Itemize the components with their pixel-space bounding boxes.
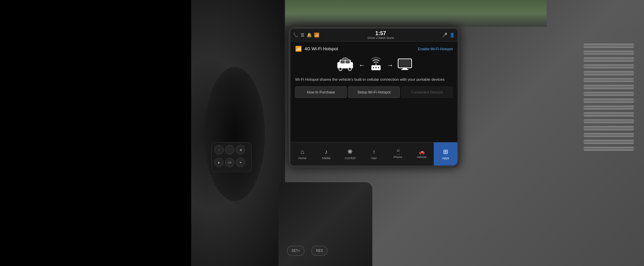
nav-label-media: Media <box>322 156 330 160</box>
action-buttons-row: How to Purchase Setup Wi-Fi Hotspot Conn… <box>295 86 453 98</box>
svg-rect-13 <box>402 68 407 69</box>
steering-wheel-accent <box>205 67 265 201</box>
vent-slat <box>584 119 634 124</box>
nav-item-nav[interactable]: ↑ Nav <box>362 142 386 165</box>
car-interior-background: + - ◀ ▶ OK ▼ SET+ RES 📞 ☰ 🔔 📶 1:57 <box>191 0 644 266</box>
wifi-diagram: ← <box>295 57 453 73</box>
wheel-btn[interactable]: ▼ <box>236 158 245 167</box>
wifi-title-text: 4G Wi-Fi Hotspot <box>305 46 338 51</box>
screen-bezel: 📞 ☰ 🔔 📶 1:57 Since U Been Gone 🎤 👤 <box>290 29 458 165</box>
apps-icon: ⊞ <box>443 148 448 155</box>
main-content-area: 📶 4G Wi-Fi Hotspot Enable Wi-Fi Hotspot <box>290 42 458 142</box>
phone-nav-icon: 📱 <box>395 149 401 154</box>
vehicle-icon: 🚗 <box>419 149 425 154</box>
wheel-btn[interactable]: ▶ <box>214 158 224 167</box>
vent-slat <box>584 44 634 48</box>
nav-label-phone: Phone <box>393 155 402 159</box>
vent-slat <box>584 106 634 110</box>
svg-point-7 <box>373 67 374 68</box>
clock-display: 1:57 <box>375 31 386 36</box>
how-to-purchase-button[interactable]: How to Purchase <box>295 86 347 98</box>
nav-arrow-icon: ↑ <box>372 148 375 155</box>
svg-rect-12 <box>399 60 410 67</box>
media-icon: ♪ <box>325 148 328 155</box>
vent-slat <box>584 126 634 130</box>
nav-item-comfort[interactable]: ❋ Comfort <box>338 142 362 165</box>
set-plus-button[interactable]: SET+ <box>287 246 305 256</box>
notification-icon: 🔔 <box>307 32 312 38</box>
vent-slat <box>584 85 634 89</box>
steering-wheel-controls: + - ◀ ▶ OK ▼ <box>211 142 252 172</box>
nav-item-apps[interactable]: ⊞ Apps <box>434 142 458 165</box>
right-arrow-icon: → <box>387 61 393 69</box>
cruise-control-buttons: SET+ RES <box>287 246 328 256</box>
vent-slat <box>584 133 634 137</box>
res-button[interactable]: RES <box>311 246 328 256</box>
wheel-btn-ok[interactable]: OK <box>225 158 234 167</box>
wifi-title-group: 📶 4G Wi-Fi Hotspot <box>295 46 338 52</box>
nav-label-comfort: Comfort <box>345 156 356 160</box>
menu-icon: ☰ <box>301 32 305 38</box>
nav-item-vehicle[interactable]: 🚗 Vehicle <box>410 142 434 165</box>
home-icon: ⌂ <box>301 148 304 155</box>
air-vents <box>584 44 634 151</box>
vent-slat <box>584 64 634 69</box>
car-diagram-icon <box>336 58 355 72</box>
vent-slat <box>584 92 634 96</box>
wifi-icon: 📶 <box>295 46 302 52</box>
vent-slat <box>584 112 634 117</box>
status-bar-left: 📞 ☰ 🔔 📶 <box>293 32 319 38</box>
svg-rect-4 <box>340 60 345 63</box>
infotainment-screen: 📞 ☰ 🔔 📶 1:57 Since U Been Gone 🎤 👤 <box>288 27 460 168</box>
wheel-btn[interactable]: ◀ <box>236 145 245 154</box>
status-bar-right: 🎤 👤 <box>442 32 455 38</box>
router-diagram-icon <box>369 57 383 73</box>
setup-wifi-hotspot-button[interactable]: Setup Wi-Fi Hotspot <box>348 86 400 98</box>
nav-label-home: Home <box>299 156 307 160</box>
device-diagram-icon <box>397 58 412 72</box>
connected-devices-button: Connected Devices <box>401 86 453 98</box>
svg-rect-5 <box>345 60 350 63</box>
wifi-header: 📶 4G Wi-Fi Hotspot Enable Wi-Fi Hotspot <box>295 46 453 52</box>
profile-icon[interactable]: 👤 <box>449 32 455 38</box>
phone-icon: 📞 <box>293 32 299 38</box>
svg-point-2 <box>339 67 342 70</box>
nav-item-media[interactable]: ♪ Media <box>314 142 338 165</box>
wifi-status-icon: 📶 <box>314 32 319 38</box>
now-playing: Since U Been Gone <box>367 36 394 40</box>
wheel-btn[interactable]: - <box>225 145 234 154</box>
nav-label-nav: Nav <box>371 156 377 160</box>
vent-slat <box>584 98 634 103</box>
status-bar: 📞 ☰ 🔔 📶 1:57 Since U Been Gone 🎤 👤 <box>290 29 458 42</box>
vent-slat <box>584 140 634 144</box>
navigation-bar: ⌂ Home ♪ Media ❋ Comfort ↑ Nav 📱 Phon <box>290 142 458 165</box>
steering-wheel: + - ◀ ▶ OK ▼ <box>191 0 285 266</box>
voice-icon[interactable]: 🎤 <box>442 32 447 38</box>
svg-point-8 <box>375 67 377 68</box>
svg-rect-14 <box>401 69 409 70</box>
vent-slat <box>584 57 634 62</box>
vent-slat <box>584 71 634 75</box>
svg-point-9 <box>378 67 379 68</box>
comfort-icon: ❋ <box>347 148 353 155</box>
wifi-description: Wi-Fi Hotspot shares the vehicle's built… <box>295 77 453 82</box>
left-black-panel <box>0 0 191 266</box>
svg-point-3 <box>348 67 351 70</box>
nav-item-home[interactable]: ⌂ Home <box>290 142 314 165</box>
nav-label-vehicle: Vehicle <box>417 155 427 159</box>
nav-item-phone[interactable]: 📱 Phone <box>386 142 410 165</box>
wheel-btn[interactable]: + <box>214 145 224 154</box>
nav-label-apps: Apps <box>442 156 449 160</box>
exterior-view <box>278 0 547 27</box>
vent-slat <box>584 78 634 82</box>
vent-slat <box>584 147 634 151</box>
vent-slat <box>584 51 634 55</box>
enable-wifi-button[interactable]: Enable Wi-Fi Hotspot <box>418 47 453 51</box>
status-bar-center: 1:57 Since U Been Gone <box>367 31 394 40</box>
left-arrow-icon: ← <box>359 61 365 69</box>
